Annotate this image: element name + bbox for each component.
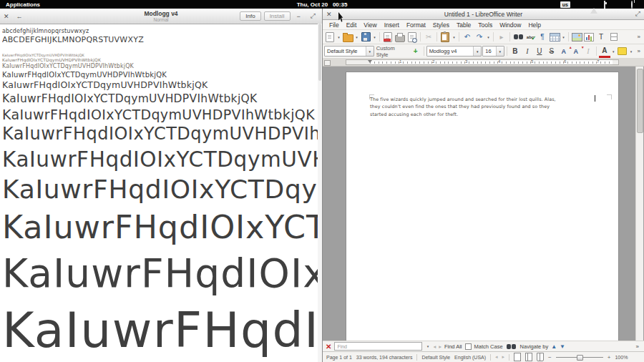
page-count[interactable]: Page 1 of 1 [326,355,352,360]
insert-chart-icon[interactable] [583,31,595,43]
zoom-slider[interactable] [556,354,603,361]
save-icon[interactable] [360,31,371,43]
tab-stop-selector[interactable] [324,60,331,66]
volume-icon[interactable] [577,1,584,8]
find-history-dropdown[interactable]: ▾ [425,344,430,348]
find-previous-icon[interactable]: ◂ [433,343,436,350]
zoom-out-icon[interactable]: − [548,354,552,361]
book-view-icon[interactable] [537,353,544,361]
horizontal-ruler[interactable]: 1 2 3 4 5 6 7 [323,59,644,67]
indent-marker[interactable] [368,60,372,63]
chevron-down-icon[interactable]: ▾ [496,47,504,56]
chevron-down-icon[interactable]: ▾ [473,47,481,56]
underline-icon[interactable]: U [534,46,545,57]
menu-insert[interactable]: Insert [381,21,403,29]
custom-style-button[interactable]: Custom Style [375,45,409,58]
highlight-dropdown[interactable]: ▾ [629,49,634,54]
italic-icon[interactable]: I [522,46,533,57]
menu-file[interactable]: File [326,21,343,29]
close-icon[interactable]: ✕ [323,11,336,18]
font-color-icon[interactable]: A [599,44,610,58]
close-find-icon[interactable]: ✕ [326,343,331,351]
clear-formatting-icon[interactable]: I [582,46,594,57]
formatting-marks-icon[interactable]: ¶ [537,31,548,43]
new-style-icon[interactable]: + [410,46,421,57]
insert-table-icon[interactable] [549,31,560,43]
open-icon[interactable] [342,31,353,43]
redo-dropdown[interactable]: ▾ [486,35,491,39]
menu-window[interactable]: Window [496,21,525,29]
menu-help[interactable]: Help [525,21,544,29]
page-break-icon[interactable] [608,31,619,43]
document-modified-icon[interactable]: ▸ [502,354,505,360]
battery-icon[interactable] [604,1,611,8]
find-replace-icon[interactable] [506,341,517,352]
open-dropdown[interactable]: ▾ [354,35,359,39]
maximize-icon[interactable]: ⤢ [307,12,319,20]
install-button[interactable]: Install [264,11,291,21]
save-dropdown[interactable]: ▾ [372,35,377,39]
document-text[interactable]: The five wizards quickly jumped around a… [370,96,612,118]
redo-icon[interactable]: ↷ [474,31,485,43]
strikethrough-icon[interactable]: S [546,46,557,57]
new-document-dropdown[interactable]: ▾ [336,35,341,39]
minimize-icon[interactable]: − [293,13,304,20]
multi-page-view-icon[interactable] [525,353,532,361]
page-style[interactable]: Default Style [421,355,450,360]
menu-format[interactable]: Format [403,21,429,29]
font-name-combo[interactable]: Modlogg v4 ▾ [426,46,482,57]
find-next-icon[interactable]: ▸ [439,343,441,350]
cut-icon[interactable]: ✂ [423,31,434,43]
increase-font-icon[interactable]: A▲ [558,46,570,57]
back-icon[interactable]: ← [13,13,26,20]
close-icon[interactable]: ✕ [0,13,13,20]
print-preview-icon[interactable] [406,31,418,43]
applications-menu[interactable]: Applications [0,1,46,8]
navigate-next-icon[interactable]: ▼ [560,343,565,350]
spelling-icon[interactable]: abc✓ [525,31,536,43]
new-document-icon[interactable] [324,31,336,43]
zoom-in-icon[interactable]: + [608,354,611,361]
find-input[interactable]: Find [334,342,422,351]
document-page[interactable]: The five wizards quickly jumped around a… [346,72,619,341]
menu-tools[interactable]: Tools [474,21,496,29]
font-color-dropdown[interactable]: ▾ [611,49,616,54]
decrease-font-icon[interactable]: A▼ [570,46,582,57]
insert-textbox-icon[interactable]: T [595,31,607,43]
word-count[interactable]: 33 words, 194 characters [356,355,413,360]
power-icon[interactable] [631,1,638,8]
chevron-down-icon[interactable]: ▾ [366,47,374,56]
export-pdf-icon[interactable] [382,31,394,43]
network-icon[interactable] [590,1,597,8]
findbar-overflow-icon[interactable]: » [634,343,641,350]
selection-mode-icon[interactable]: ◂ [495,354,498,360]
menu-table[interactable]: Table [453,21,474,29]
maximize-icon[interactable]: ⤢ [632,10,644,18]
insert-table-dropdown[interactable]: ▾ [561,35,566,39]
menu-view[interactable]: View [360,21,380,29]
text-language[interactable]: English (USA) [454,355,486,360]
navigate-previous-icon[interactable]: ▲ [551,343,557,350]
paste-dropdown[interactable]: ▾ [452,35,457,39]
zoom-slider-thumb[interactable] [577,355,583,361]
clone-formatting-icon[interactable]: ▸ [496,31,507,43]
paste-icon[interactable] [439,31,451,43]
scrollbar-thumb[interactable] [637,69,643,133]
info-button[interactable]: Info [240,11,260,21]
zoom-level[interactable]: 100% [615,355,628,360]
insert-image-icon[interactable] [571,31,582,43]
single-page-view-icon[interactable] [514,353,521,361]
font-size-combo[interactable]: 16 ▾ [482,46,504,57]
toolbar-overflow-icon[interactable]: » [635,48,643,54]
keyboard-layout-indicator[interactable]: us [560,1,570,8]
find-replace-icon[interactable] [512,31,524,43]
find-all-button[interactable]: Find All [444,343,462,350]
bold-icon[interactable]: B [509,46,521,57]
toolbar-overflow-icon[interactable]: » [635,34,643,40]
undo-icon[interactable]: ↶ [462,31,473,43]
vertical-scrollbar[interactable] [635,67,643,341]
match-case-checkbox[interactable] [465,343,472,350]
menu-edit[interactable]: Edit [343,21,361,29]
paragraph-style-combo[interactable]: Default Style ▾ [324,46,374,57]
notifications-icon[interactable] [618,1,625,8]
